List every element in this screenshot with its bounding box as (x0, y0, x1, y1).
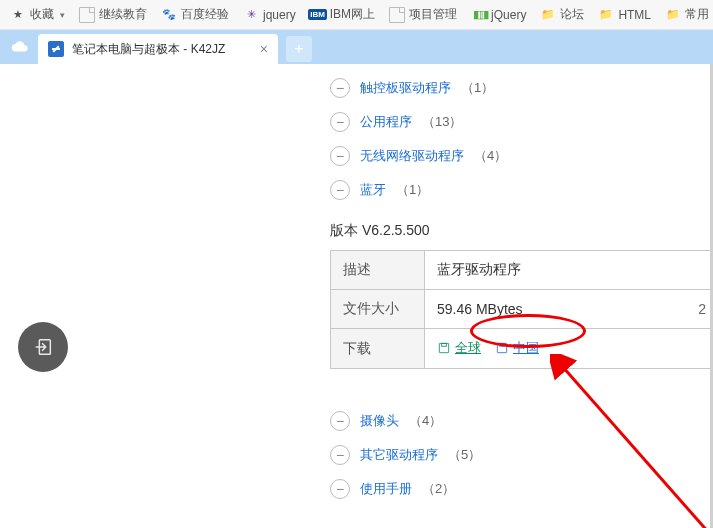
driver-section-link[interactable]: 摄像头 (360, 412, 399, 430)
collapse-toggle[interactable]: − (330, 445, 350, 465)
collapse-toggle[interactable]: − (330, 180, 350, 200)
side-login-button[interactable] (18, 322, 68, 372)
detail-label: 描述 (331, 251, 425, 290)
driver-section: − 公用程序 （13） (330, 112, 713, 132)
file-icon (389, 7, 405, 23)
table-row: 描述 蓝牙驱动程序 (331, 251, 713, 290)
driver-count: （4） (409, 412, 442, 430)
chevron-down-icon: ▾ (60, 10, 65, 20)
driver-section: − 使用手册 （2） (330, 479, 713, 499)
driver-section-link[interactable]: 公用程序 (360, 113, 412, 131)
file-icon (79, 7, 95, 23)
collapse-toggle[interactable]: − (330, 78, 350, 98)
detail-value: 蓝牙驱动程序 (425, 251, 713, 290)
jquery-logo-icon: ◧◨ (471, 7, 487, 23)
bookmark-item[interactable]: IBMIBM网上 (304, 4, 381, 25)
driver-section-link[interactable]: 蓝牙 (360, 181, 386, 199)
bookmark-item[interactable]: 🐾百度经验 (155, 4, 235, 25)
bookmark-item[interactable]: ◧◨jQuery (465, 5, 532, 25)
bookmark-item[interactable]: 📁HTML (592, 5, 657, 25)
version-label: 版本 V6.2.5.500 (330, 222, 713, 240)
detail-label: 下载 (331, 329, 425, 369)
driver-detail-table: 描述 蓝牙驱动程序 文件大小 59.46 MBytes 2 下载 全球 (330, 250, 713, 369)
driver-section: − 其它驱动程序 （5） (330, 445, 713, 465)
new-tab-button[interactable]: + (286, 36, 312, 62)
folder-icon: 📁 (598, 7, 614, 23)
bookmark-item[interactable]: ✳jquery (237, 5, 302, 25)
driver-section-link[interactable]: 触控板驱动程序 (360, 79, 451, 97)
tab-favicon (48, 41, 64, 57)
driver-section: − 蓝牙 （1） (330, 180, 713, 200)
browser-tab[interactable]: 笔记本电脑与超极本 - K42JZ × (38, 34, 278, 64)
svg-rect-2 (442, 343, 447, 346)
jquery-icon: ✳ (243, 7, 259, 23)
driver-section: − 摄像头 （4） (330, 411, 713, 431)
driver-section-link[interactable]: 无线网络驱动程序 (360, 147, 464, 165)
table-row: 文件大小 59.46 MBytes 2 (331, 290, 713, 329)
tab-title: 笔记本电脑与超极本 - K42JZ (72, 41, 252, 58)
save-icon (437, 341, 451, 355)
collapse-toggle[interactable]: − (330, 411, 350, 431)
close-icon[interactable]: × (260, 41, 268, 57)
login-icon (32, 336, 54, 358)
bookmark-item[interactable]: 继续教育 (73, 4, 153, 25)
svg-rect-1 (439, 343, 448, 352)
driver-count: （2） (422, 480, 455, 498)
bookmarks-bar: ★收藏▾ 继续教育 🐾百度经验 ✳jquery IBMIBM网上 项目管理 ◧◨… (0, 0, 713, 30)
save-icon (495, 341, 509, 355)
cloud-icon (11, 38, 29, 56)
svg-rect-4 (500, 343, 505, 346)
folder-icon: 📁 (540, 7, 556, 23)
driver-count: （13） (422, 113, 462, 131)
driver-section: − 触控板驱动程序 （1） (330, 78, 713, 98)
ibm-icon: IBM (310, 7, 326, 23)
collapse-toggle[interactable]: − (330, 146, 350, 166)
driver-count: （1） (461, 79, 494, 97)
table-row: 下载 全球 中国 (331, 329, 713, 369)
driver-count: （1） (396, 181, 429, 199)
detail-value: 59.46 MBytes 2 (425, 290, 713, 329)
download-china-link[interactable]: 中国 (495, 339, 539, 357)
page-content: − 触控板驱动程序 （1） − 公用程序 （13） − 无线网络驱动程序 （4）… (0, 64, 713, 528)
download-global-link[interactable]: 全球 (437, 339, 481, 357)
download-cell: 全球 中国 (425, 329, 713, 369)
driver-section: − 无线网络驱动程序 （4） (330, 146, 713, 166)
bookmark-item[interactable]: 📁论坛 (534, 4, 590, 25)
driver-section-link[interactable]: 使用手册 (360, 480, 412, 498)
bookmark-item[interactable]: 📁常用 (659, 4, 713, 25)
paw-icon: 🐾 (161, 7, 177, 23)
collapse-toggle[interactable]: − (330, 112, 350, 132)
bookmark-favorites[interactable]: ★收藏▾ (4, 4, 71, 25)
svg-rect-3 (497, 343, 506, 352)
detail-label: 文件大小 (331, 290, 425, 329)
cloud-button[interactable] (6, 30, 34, 64)
driver-count: （5） (448, 446, 481, 464)
bookmark-item[interactable]: 项目管理 (383, 4, 463, 25)
folder-icon: 📁 (665, 7, 681, 23)
driver-section-link[interactable]: 其它驱动程序 (360, 446, 438, 464)
driver-count: （4） (474, 147, 507, 165)
tab-strip: 笔记本电脑与超极本 - K42JZ × + (0, 30, 713, 64)
star-icon: ★ (10, 7, 26, 23)
collapse-toggle[interactable]: − (330, 479, 350, 499)
driver-list: − 触控板驱动程序 （1） − 公用程序 （13） − 无线网络驱动程序 （4）… (330, 64, 713, 513)
